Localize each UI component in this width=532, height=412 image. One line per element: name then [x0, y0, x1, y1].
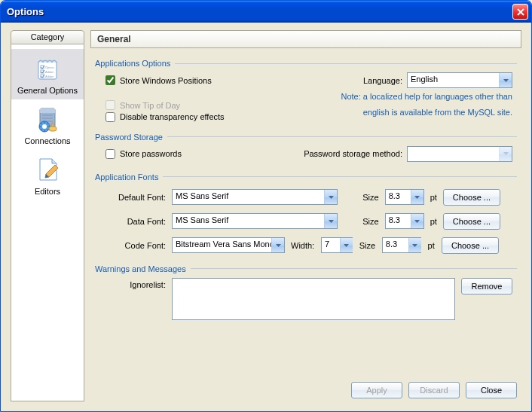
server-icon: [32, 104, 63, 134]
client-area: Category Option Addon Addon: [3, 23, 529, 409]
category-sidebar: Category Option Addon Addon: [11, 30, 84, 401]
group-password-storage: Password Storage Store passwords Passwor…: [95, 133, 517, 162]
svg-text:Option: Option: [45, 66, 54, 69]
close-button[interactable]: Close: [466, 382, 517, 398]
checkbox-disable-transparency[interactable]: Disable transparency effects: [105, 112, 225, 122]
category-label: General Options: [17, 86, 78, 95]
pt-label: pt: [430, 217, 437, 226]
ignorelist-label: Ignorelist:: [105, 278, 166, 289]
size-label: Size: [359, 241, 376, 250]
default-font-select[interactable]: MS Sans Serif: [172, 189, 338, 205]
footer: Apply Discard Close: [90, 374, 521, 401]
checkbox-show-tip: Show Tip of Day: [105, 100, 180, 110]
notepad-icon: Option Addon Addon: [32, 53, 63, 84]
group-applications-options: Applications Options Store Windows Posit…: [95, 59, 517, 122]
choose-default-font-button[interactable]: Choose ...: [443, 189, 500, 206]
checkbox-label: Store passwords: [120, 149, 182, 158]
divider: [191, 268, 517, 269]
group-title: Password Storage: [95, 133, 163, 142]
group-title: Applications Options: [95, 59, 170, 68]
width-label: Width:: [291, 241, 315, 250]
close-window-button[interactable]: [512, 4, 528, 20]
category-editors[interactable]: Editors: [11, 150, 84, 200]
select-value: MS Sans Serif: [172, 213, 338, 229]
window-title: Options: [7, 6, 512, 17]
divider: [167, 136, 517, 137]
category-general-options[interactable]: Option Addon Addon General Options: [11, 49, 84, 99]
language-note-line1: Note: a localized help for languages oth…: [341, 91, 513, 102]
language-label: Language:: [363, 76, 402, 85]
select-value: 8.3: [385, 189, 424, 205]
main-header: General: [90, 30, 521, 48]
language-select[interactable]: English: [407, 72, 512, 88]
checkbox-store-passwords[interactable]: Store passwords: [105, 149, 182, 159]
language-note-line2: english is available from the MySQL site…: [363, 107, 512, 118]
checkbox-input[interactable]: [105, 75, 115, 85]
options-window: Options Category Option: [0, 0, 532, 412]
svg-rect-8: [40, 108, 55, 113]
pt-label: pt: [430, 193, 437, 202]
size-label: Size: [362, 217, 378, 226]
main-body: Applications Options Store Windows Posit…: [90, 48, 521, 374]
password-method-select: [407, 146, 512, 162]
choose-data-font-button[interactable]: Choose ...: [443, 213, 500, 230]
code-font-select[interactable]: Bitstream Vera Sans Mono: [172, 237, 285, 253]
titlebar[interactable]: Options: [1, 1, 531, 23]
category-label: Connections: [24, 136, 70, 145]
password-method-label: Password storage method:: [304, 149, 402, 158]
checkbox-label: Show Tip of Day: [120, 101, 180, 110]
checkbox-label: Store Windows Positions: [120, 76, 212, 85]
group-title: Application Fonts: [95, 172, 158, 182]
select-value: 8.3: [382, 237, 421, 253]
select-value: 7: [321, 237, 353, 253]
checkbox-store-positions[interactable]: Store Windows Positions: [105, 75, 212, 85]
group-title: Warnings and Messages: [95, 264, 186, 273]
pt-label: pt: [428, 241, 436, 250]
category-list: Option Addon Addon General Options: [11, 44, 84, 401]
remove-button[interactable]: Remove: [461, 278, 512, 295]
checkbox-label: Disable transparency effects: [120, 112, 225, 121]
code-size-select[interactable]: 8.3: [382, 237, 422, 253]
checkbox-input[interactable]: [105, 149, 115, 159]
ignorelist-textarea[interactable]: [172, 278, 455, 320]
apply-button: Apply: [351, 382, 402, 398]
divider: [163, 176, 517, 177]
code-font-label: Code Font:: [105, 241, 166, 250]
divider: [175, 63, 517, 64]
choose-code-font-button[interactable]: Choose ...: [442, 237, 500, 254]
svg-text:Addon: Addon: [45, 75, 54, 78]
group-application-fonts: Application Fonts Default Font: MS Sans …: [95, 172, 517, 254]
select-value: MS Sans Serif: [172, 189, 338, 205]
main-pane: General Applications Options Store Windo…: [90, 30, 521, 401]
checkbox-input[interactable]: [105, 112, 115, 122]
select-value: [407, 146, 512, 162]
category-connections[interactable]: Connections: [11, 99, 84, 150]
discard-button: Discard: [408, 382, 460, 398]
default-font-label: Default Font:: [105, 193, 166, 202]
select-value: Bitstream Vera Sans Mono: [172, 237, 285, 253]
data-font-select[interactable]: MS Sans Serif: [172, 213, 338, 229]
data-size-select[interactable]: 8.3: [385, 213, 424, 229]
group-warnings-messages: Warnings and Messages Ignorelist: Remove: [95, 264, 517, 320]
default-size-select[interactable]: 8.3: [385, 189, 424, 205]
data-font-label: Data Font:: [105, 217, 166, 226]
code-width-select[interactable]: 7: [321, 237, 353, 253]
svg-rect-14: [49, 127, 57, 131]
svg-text:Addon: Addon: [45, 70, 54, 74]
category-header: Category: [11, 30, 84, 44]
size-label: Size: [362, 193, 378, 202]
select-value: 8.3: [385, 213, 424, 229]
svg-point-13: [42, 124, 47, 129]
category-label: Editors: [35, 187, 60, 196]
document-edit-icon: [32, 154, 63, 185]
select-value: English: [407, 72, 512, 88]
checkbox-input: [105, 100, 115, 110]
